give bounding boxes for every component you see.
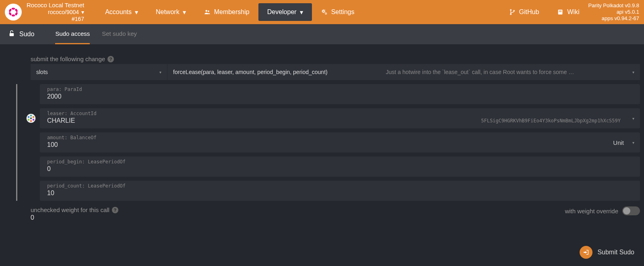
svg-point-9 <box>325 13 327 14</box>
help-icon[interactable]: ? <box>112 207 118 213</box>
cogs-icon <box>321 8 328 16</box>
network-spec: rococo/9004 <box>48 9 79 16</box>
amount-unit[interactable]: Unit <box>613 139 624 146</box>
svg-point-19 <box>30 120 32 122</box>
svg-point-24 <box>30 118 32 120</box>
sign-in-icon <box>580 246 592 259</box>
params-block: para: ParaId 2000 leaser: AccountId <box>16 84 640 201</box>
weight-override-label: with weight override <box>565 208 618 214</box>
nav-settings[interactable]: Settings <box>312 3 363 21</box>
svg-rect-15 <box>559 12 562 12</box>
block-number: #167 <box>72 16 84 23</box>
svg-point-10 <box>510 9 511 10</box>
nav-membership[interactable]: Membership <box>195 3 258 21</box>
submit-sudo-button[interactable]: Submit Sudo <box>580 246 634 259</box>
chevron-down-icon: ▾ <box>81 9 84 16</box>
nav-divider <box>42 24 53 44</box>
version-info: Parity Polkadot v0.9.8 api v5.0.1 apps v… <box>588 2 639 22</box>
svg-point-1 <box>12 14 15 16</box>
code-branch-icon <box>509 8 516 16</box>
main-content: submit the following change ? slots ▾ fo… <box>0 44 644 225</box>
svg-point-4 <box>8 12 12 16</box>
svg-point-5 <box>14 8 18 12</box>
param-amount[interactable]: amount: BalanceOf 100 Unit ▾ <box>40 132 640 153</box>
svg-point-7 <box>208 10 209 12</box>
module-select[interactable]: slots ▾ <box>31 64 167 80</box>
weight-override-toggle[interactable] <box>622 206 640 215</box>
tab-set-sudo-key[interactable]: Set sudo key <box>102 24 137 44</box>
chevron-down-icon: ▾ <box>632 70 634 74</box>
method-select[interactable]: forceLease(para, leaser, amount, period_… <box>167 64 640 80</box>
chevron-down-icon: ▾ <box>135 8 138 16</box>
svg-point-11 <box>510 14 511 15</box>
svg-point-0 <box>12 8 15 10</box>
main-nav: Accounts ▾ Network ▾ Membership Develope… <box>96 0 363 24</box>
nav-accounts[interactable]: Accounts ▾ <box>96 3 147 21</box>
chevron-down-icon: ▾ <box>632 140 634 145</box>
chevron-down-icon: ▾ <box>159 70 161 74</box>
top-bar: Rococo Local Testnet rococo/9004 ▾ #167 … <box>0 0 644 24</box>
weight-value: 0 <box>31 214 565 221</box>
extrinsic-selector: slots ▾ forceLease(para, leaser, amount,… <box>31 64 640 80</box>
leaser-account-address: 5FLSigC9HGRKVhB9FiEo4Y3koPsNmBmLJbpXg2mp… <box>481 118 633 124</box>
para-input[interactable]: 2000 <box>40 92 640 104</box>
polkadot-logo-icon <box>8 6 19 18</box>
svg-point-18 <box>30 115 32 117</box>
amount-input[interactable]: 100 <box>40 140 640 153</box>
tab-sudo-access[interactable]: Sudo access <box>55 24 90 44</box>
page-title: Sudo <box>8 30 42 39</box>
book-icon <box>557 8 564 16</box>
period-count-input[interactable]: 10 <box>40 189 640 201</box>
svg-point-8 <box>322 10 324 12</box>
svg-rect-16 <box>10 33 14 36</box>
nav-developer[interactable]: Developer ▾ <box>258 3 312 21</box>
svg-point-12 <box>513 10 514 11</box>
external-links: GitHub Wiki <box>500 0 588 24</box>
param-period-count[interactable]: period_count: LeasePeriodOf 10 <box>40 181 640 201</box>
weight-row: unchecked weight for this call ? 0 with … <box>31 206 640 221</box>
help-icon[interactable]: ? <box>107 56 114 62</box>
svg-point-3 <box>14 12 18 16</box>
network-name: Rococo Local Testnet <box>27 2 84 9</box>
users-icon <box>204 8 211 16</box>
param-para[interactable]: para: ParaId 2000 <box>40 84 640 104</box>
nav-network[interactable]: Network ▾ <box>147 3 195 21</box>
chevron-down-icon: ▾ <box>183 8 186 16</box>
method-description: Just a hotwire into the `lease_out` call… <box>386 69 574 75</box>
leaser-account-name: CHARLIE <box>47 117 75 124</box>
svg-rect-14 <box>559 10 562 11</box>
chevron-down-icon: ▾ <box>632 116 634 121</box>
svg-point-22 <box>28 119 30 121</box>
sub-nav: Sudo Sudo access Set sudo key <box>0 24 644 44</box>
svg-point-23 <box>33 119 35 121</box>
param-period-begin[interactable]: period_begin: LeasePeriodOf 0 <box>40 157 640 177</box>
svg-point-6 <box>205 10 207 12</box>
chevron-down-icon: ▾ <box>300 8 303 16</box>
svg-point-2 <box>8 8 12 12</box>
link-wiki[interactable]: Wiki <box>548 3 588 21</box>
param-leaser[interactable]: leaser: AccountId CHARLIE 5FLSigC9HGRKVh… <box>40 108 640 128</box>
identicon <box>26 113 36 123</box>
submit-change-label: submit the following change ? <box>31 56 640 62</box>
unlock-icon <box>8 30 15 39</box>
polkadot-logo[interactable] <box>5 4 22 21</box>
period-begin-input[interactable]: 0 <box>40 165 640 177</box>
link-github[interactable]: GitHub <box>500 3 548 21</box>
network-selector[interactable]: Rococo Local Testnet rococo/9004 ▾ #167 <box>27 2 84 23</box>
svg-point-20 <box>28 116 30 118</box>
svg-point-21 <box>33 116 35 118</box>
